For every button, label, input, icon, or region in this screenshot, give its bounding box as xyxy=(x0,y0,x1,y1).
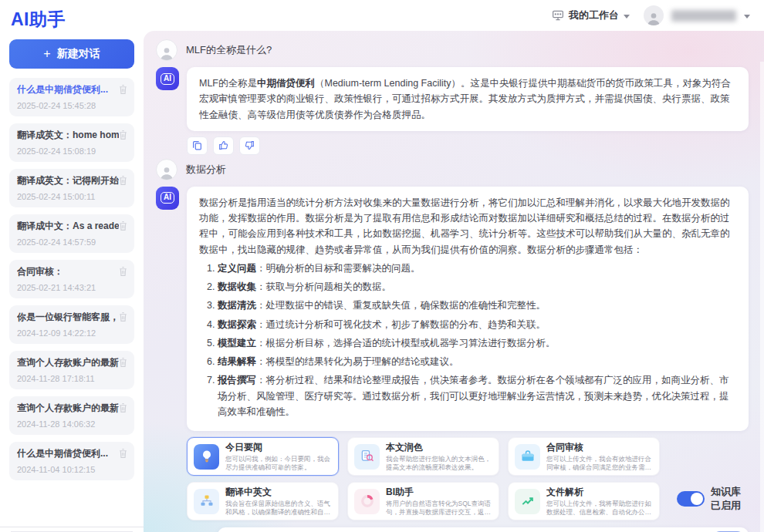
conversation-title: 什么是中期借贷便利... xyxy=(17,447,119,460)
conversation-title: 查询个人存款账户的最新... xyxy=(17,356,119,369)
app-logo: AI助手 xyxy=(0,0,144,38)
chat-area: MLF的全称是什么? AI MLF的全称是中期借贷便利（Medium-term … xyxy=(144,31,764,532)
user-avatar[interactable] xyxy=(644,5,664,25)
chevron-down-icon xyxy=(624,15,630,19)
chevron-down-icon[interactable] xyxy=(744,15,750,19)
ai-message-card: MLF的全称是中期借贷便利（Medium-term Lending Facili… xyxy=(187,67,749,131)
polish-icon xyxy=(354,444,380,470)
conversation-list: 什么是中期借贷便利... 2025-02-24 15:45:28 翻译成英文：h… xyxy=(0,78,144,530)
conversation-item[interactable]: 你是一位银行智能客服，... 2024-12-09 14:22:12 xyxy=(9,305,134,344)
step-desc: ：明确分析的目标和需要解决的问题。 xyxy=(256,263,421,274)
username-redacted xyxy=(671,10,736,22)
ai-badge: AI xyxy=(161,73,174,85)
user-message-text: MLF的全称是什么? xyxy=(186,43,272,57)
trash-icon[interactable] xyxy=(118,130,128,140)
step-item: 数据探索：通过统计分析和可视化技术，初步了解数据的分布、趋势和关联。 xyxy=(218,317,736,332)
ai-message-intro: 数据分析是指用适当的统计分析方法对收集来的大量数据进行分析，将它们加以汇总和理解… xyxy=(199,195,736,258)
step-title: 结果解释 xyxy=(218,356,256,367)
scrollbar[interactable] xyxy=(760,62,764,532)
conversation-item[interactable]: 什么是中期借贷便利... 2025-02-24 15:45:28 xyxy=(9,78,134,116)
app-window: AI助手 + 新建对话 什么是中期借贷便利... 2025-02-24 15:4… xyxy=(0,0,764,532)
card-title: 翻译中英文 xyxy=(225,487,332,498)
ai-avatar: AI xyxy=(156,67,179,90)
conversation-item[interactable]: 翻译成英文：home home 2025-02-24 15:08:19 xyxy=(9,123,134,162)
step-item: 数据收集：获取与分析问题相关的数据。 xyxy=(218,279,736,295)
user-avatar xyxy=(156,39,177,61)
translate-icon xyxy=(194,489,219,514)
step-title: 报告撰写 xyxy=(218,375,256,386)
trash-icon[interactable] xyxy=(118,448,128,459)
conversation-item[interactable]: 查询个人存款账户的最新... 2024-11-28 17:18:11 xyxy=(9,351,134,389)
toggle-label: 知识库已启用 xyxy=(711,485,749,513)
conversation-time: 2025-02-24 15:00:11 xyxy=(17,192,127,201)
knowledge-base-toggle[interactable]: 知识库已启用 xyxy=(677,485,749,513)
person-icon xyxy=(159,45,174,60)
trash-icon[interactable] xyxy=(118,221,128,231)
card-title: 今日要闻 xyxy=(225,442,332,453)
workspace-label: 我的工作台 xyxy=(569,8,619,22)
conversation-item[interactable]: 翻译成英文：记得刚开始... 2025-02-24 15:00:11 xyxy=(9,169,134,207)
pie-chart-icon xyxy=(354,489,380,514)
ai-badge: AI xyxy=(161,192,174,204)
ai-message-text: MLF的全称是 xyxy=(199,78,257,89)
trash-icon[interactable] xyxy=(118,266,128,277)
trash-icon[interactable] xyxy=(118,311,128,322)
user-message-row: MLF的全称是什么? xyxy=(156,39,749,61)
step-desc: ：通过统计分析和可视化技术，初步了解数据的分布、趋势和关联。 xyxy=(256,319,546,330)
quick-cards-row: 今日要闻 您可以问我，例如：今日要闻，我会尽力提供准确和可靠的答案。 本文润色 … xyxy=(187,437,749,520)
thumbs-up-button[interactable] xyxy=(213,136,234,155)
step-desc: ：将模型的结果转化为易于理解的结论或建议。 xyxy=(256,356,459,367)
conversation-time: 2025-02-21 14:43:21 xyxy=(17,283,127,292)
conversation-time: 2025-02-24 14:57:59 xyxy=(17,237,127,247)
step-item: 结果解释：将模型的结果转化为易于理解的结论或建议。 xyxy=(218,354,736,369)
thumbs-down-button[interactable] xyxy=(239,136,260,155)
new-chat-button[interactable]: + 新建对话 xyxy=(9,39,134,69)
trend-icon xyxy=(515,489,540,514)
right-column: 我的工作台 MLF的全称是什么? AI xyxy=(144,0,764,532)
ai-message-row: AI MLF的全称是中期借贷便利（Medium-term Lending Fac… xyxy=(156,67,749,131)
step-item: 报告撰写：将分析过程、结果和结论整理成报告，供决策者参考。数据分析在各个领域都有… xyxy=(218,372,736,419)
conversation-title: 查询个人存款账户的最新... xyxy=(17,402,119,415)
toggle-switch-on[interactable] xyxy=(677,491,705,507)
trash-icon[interactable] xyxy=(118,175,128,186)
ai-message-bold: 中期借贷便利 xyxy=(257,78,315,89)
quick-cards-grid: 今日要闻 您可以问我，例如：今日要闻，我会尽力提供准确和可靠的答案。 本文润色 … xyxy=(187,437,660,520)
conversation-item[interactable]: 合同审核： 2025-02-21 14:43:21 xyxy=(9,260,134,298)
copy-icon xyxy=(192,140,202,150)
new-chat-label: 新建对话 xyxy=(57,47,100,61)
conversation-title: 什么是中期借贷便利... xyxy=(17,83,119,96)
monitor-icon xyxy=(552,10,564,21)
step-desc: ：根据分析目标，选择合适的统计模型或机器学习算法进行数据分析。 xyxy=(256,338,556,348)
quick-card[interactable]: 文件解析 您可以上传文件，我将帮助您进行如数据处理、信息检索、自动化办公等。 xyxy=(508,482,660,520)
person-icon xyxy=(646,10,661,25)
bottom-zone: 今日要闻 您可以问我，例如：今日要闻，我会尽力提供准确和可靠的答案。 本文润色 … xyxy=(187,437,749,532)
sidebar: AI助手 + 新建对话 什么是中期借贷便利... 2025-02-24 15:4… xyxy=(0,0,144,532)
briefcase-icon xyxy=(515,444,540,470)
conversation-item[interactable]: 什么是中期借贷便利... 2024-11-04 10:12:15 xyxy=(9,442,134,480)
conversation-title: 翻译成英文：home home xyxy=(17,129,119,142)
copy-button[interactable] xyxy=(187,136,208,155)
step-title: 数据收集 xyxy=(218,281,256,292)
plus-icon: + xyxy=(43,47,50,61)
ai-message-card: 数据分析是指用适当的统计分析方法对收集来的大量数据进行分析，将它们加以汇总和理解… xyxy=(187,187,749,431)
quick-card[interactable]: 翻译中英文 我会旨在保留原始信息的含义、语气和风格，以确保翻译的准确性和自然流畅… xyxy=(187,482,339,520)
step-title: 模型建立 xyxy=(218,338,256,348)
message-actions xyxy=(187,136,749,155)
step-title: 数据清洗 xyxy=(218,300,256,311)
conversation-time: 2024-11-04 10:12:15 xyxy=(17,465,127,474)
card-title: BI助手 xyxy=(386,487,492,498)
toggle-knob xyxy=(691,493,703,505)
trash-icon[interactable] xyxy=(118,357,128,368)
quick-card[interactable]: 本文润色 我会帮助您进行您输入的文本润色，提高文本的流畅度和表达效果。 xyxy=(347,437,499,476)
step-title: 定义问题 xyxy=(218,263,256,274)
conversation-item[interactable]: 查询个人存款账户的最新... 2024-11-28 14:06:32 xyxy=(9,396,134,435)
quick-card[interactable]: 今日要闻 您可以问我，例如：今日要闻，我会尽力提供准确和可靠的答案。 xyxy=(187,437,339,476)
quick-card[interactable]: 合同审核 您可以上传文件，我会有效地进行合同审核，确保合同满足您的业务需求。 xyxy=(508,437,660,476)
workspace-menu[interactable]: 我的工作台 xyxy=(552,8,630,22)
trash-icon[interactable] xyxy=(118,84,128,95)
quick-card[interactable]: BI助手 将用户的自然语言转化为SQL查询语句，并直接与数据库进行交互，返回智能… xyxy=(347,482,499,520)
conversation-item[interactable]: 翻译成中文：As a reader... 2025-02-24 14:57:59 xyxy=(9,214,134,253)
card-title: 文件解析 xyxy=(546,487,653,498)
trash-icon[interactable] xyxy=(118,402,128,413)
user-message-row: 数据分析 xyxy=(156,159,749,180)
